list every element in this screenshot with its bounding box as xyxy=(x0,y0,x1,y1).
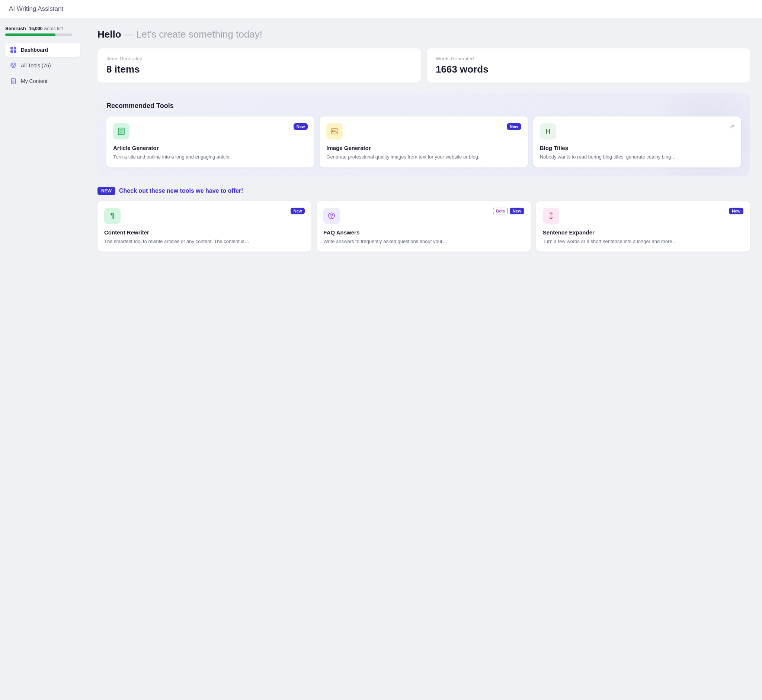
tool-card-image-generator[interactable]: New Image Generator Generate professiona… xyxy=(320,117,528,167)
recommended-section-title: Recommended Tools xyxy=(106,102,741,110)
greeting: Hello — Let's create something today! xyxy=(97,29,750,40)
stat-card-words: Words Generated 1663 words xyxy=(427,48,750,83)
tool-card-content-rewriter[interactable]: ¶ New Content Rewriter The smartest tool… xyxy=(97,201,311,252)
tool-badge-article-generator: New xyxy=(294,123,308,130)
recommended-tools-grid: New Article Generator Turn a title and o… xyxy=(106,117,741,167)
stat-label-items: Items Generated xyxy=(106,56,412,61)
tool-icon-blog-titles: H xyxy=(540,123,556,139)
tool-badge-content-rewriter: New xyxy=(290,208,305,214)
badge-group: New xyxy=(290,208,305,214)
tool-desc-sentence-expander: Turn a few words or a short sentence int… xyxy=(543,238,743,245)
tool-card-header: New xyxy=(326,123,521,139)
greeting-sub: — Let's create something today! xyxy=(121,29,262,40)
stats-row: Items Generated 8 items Words Generated … xyxy=(97,48,750,83)
tool-card-sentence-expander[interactable]: New Sentence Expander Turn a few words o… xyxy=(536,201,750,252)
tool-badge-image-generator: New xyxy=(507,123,521,130)
tool-icon-article-generator xyxy=(113,123,130,139)
logo-bold: AI Writing xyxy=(9,5,36,12)
tool-icon-content-rewriter: ¶ xyxy=(104,208,120,224)
new-badge-large: NEW xyxy=(97,187,116,195)
tool-card-blog-titles[interactable]: H ↗ Blog Titles Nobody wants to read bor… xyxy=(533,117,741,167)
tool-icon-image-generator xyxy=(326,123,343,139)
tool-card-header: New xyxy=(543,208,743,224)
new-tools-headline: Check out these new tools we have to off… xyxy=(119,188,243,194)
svg-point-5 xyxy=(328,213,334,219)
sidebar-item-label: My Content xyxy=(21,78,48,84)
dashboard-icon xyxy=(10,46,17,53)
sidebar-brand-name: Semrush xyxy=(5,26,26,31)
tool-card-header: ¶ New xyxy=(104,208,305,224)
tool-card-header: Beta New xyxy=(323,208,524,224)
main-layout: Semrush 15,000 words left xyxy=(0,18,762,700)
new-tools-section: NEW Check out these new tools we have to… xyxy=(97,187,750,252)
sidebar-words-left: 15,000 words left xyxy=(29,26,63,31)
tool-card-header: H ↗ xyxy=(540,123,734,139)
sidebar-item-my-content[interactable]: My Content xyxy=(5,74,80,88)
tool-name-article-generator: Article Generator xyxy=(113,145,308,151)
tool-badge-faq-answers: New xyxy=(510,208,524,214)
badge-group: Beta New xyxy=(493,208,524,214)
tool-desc-blog-titles: Nobody wants to read boring blog titles,… xyxy=(540,153,734,161)
tool-card-article-generator[interactable]: New Article Generator Turn a title and o… xyxy=(106,117,314,167)
tool-name-sentence-expander: Sentence Expander xyxy=(543,229,743,236)
tool-name-blog-titles: Blog Titles xyxy=(540,145,734,151)
tool-desc-content-rewriter: The smartest tool to rewrite articles or… xyxy=(104,238,305,245)
tool-card-faq-answers[interactable]: Beta New FAQ Answers Write answers to fr… xyxy=(317,201,531,252)
stat-card-items: Items Generated 8 items xyxy=(97,48,421,83)
file-icon xyxy=(10,77,17,85)
svg-rect-1 xyxy=(118,128,124,135)
tool-arrow-blog-titles: ↗ xyxy=(729,123,734,130)
tool-desc-faq-answers: Write answers to frequently asked questi… xyxy=(323,238,524,245)
progress-bar-fill xyxy=(5,33,55,36)
badge-group: New xyxy=(729,208,743,214)
tool-badge-sentence-expander: New xyxy=(729,208,743,214)
sidebar-item-label: Dashboard xyxy=(21,47,48,53)
sidebar: Semrush 15,000 words left xyxy=(0,18,86,700)
words-progress-bar xyxy=(5,33,72,36)
svg-point-6 xyxy=(331,217,332,217)
logo-light: Assistant xyxy=(36,5,63,12)
sidebar-item-label: All Tools (76) xyxy=(21,62,51,69)
sidebar-nav: Dashboard All Tools (76) xyxy=(5,43,80,88)
sidebar-item-all-tools[interactable]: All Tools (76) xyxy=(5,58,80,73)
app-header: AI Writing Assistant xyxy=(0,0,762,18)
tool-name-content-rewriter: Content Rewriter xyxy=(104,229,305,236)
tool-card-header: New xyxy=(113,123,308,139)
new-tools-header: NEW Check out these new tools we have to… xyxy=(97,187,750,195)
sidebar-item-dashboard[interactable]: Dashboard xyxy=(5,43,80,57)
tool-name-faq-answers: FAQ Answers xyxy=(323,229,524,236)
tool-desc-article-generator: Turn a title and outline into a long and… xyxy=(113,153,308,161)
tool-name-image-generator: Image Generator xyxy=(326,145,521,151)
sidebar-brand: Semrush 15,000 words left xyxy=(5,26,80,36)
tool-desc-image-generator: Generate professional quality images fro… xyxy=(326,153,521,161)
stat-label-words: Words Generated xyxy=(436,56,741,61)
main-content: Hello — Let's create something today! It… xyxy=(86,18,762,700)
app-logo: AI Writing Assistant xyxy=(9,5,63,12)
greeting-bold: Hello xyxy=(97,29,121,40)
recommended-tools-section: Recommended Tools New A xyxy=(97,93,750,177)
tool-icon-sentence-expander xyxy=(543,208,559,224)
stack-icon xyxy=(10,62,17,69)
new-tools-grid: ¶ New Content Rewriter The smartest tool… xyxy=(97,201,750,252)
stat-value-words: 1663 words xyxy=(436,64,741,75)
tool-icon-faq-answers xyxy=(323,208,340,224)
stat-value-items: 8 items xyxy=(106,64,412,75)
beta-badge-faq: Beta xyxy=(493,208,508,214)
